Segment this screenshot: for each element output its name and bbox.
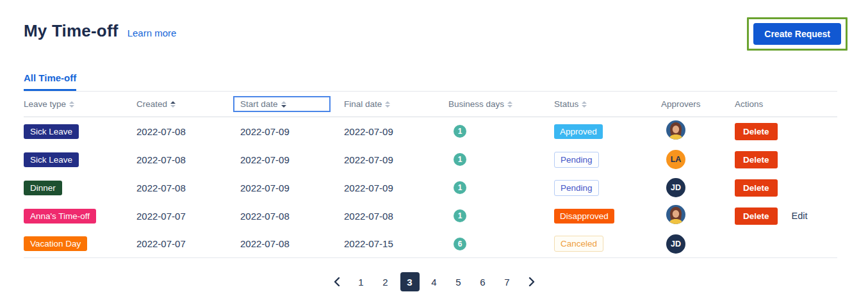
learn-more-link[interactable]: Learn more — [127, 28, 177, 38]
leave-type-badge: Dinner — [24, 181, 62, 195]
sort-icon — [385, 101, 390, 108]
col-header-actions: Actions — [735, 99, 837, 109]
created-cell: 2022-07-07 — [136, 211, 240, 222]
status-badge: Pending — [554, 180, 599, 196]
final-date-cell: 2022-07-09 — [344, 126, 448, 137]
business-days-badge: 1 — [454, 125, 466, 138]
delete-button[interactable]: Delete — [735, 123, 778, 140]
col-header-leave-type[interactable]: Leave type — [24, 99, 136, 109]
created-cell: 2022-07-08 — [136, 154, 240, 165]
table-row: Vacation Day 2022-07-07 2022-07-08 2022-… — [24, 230, 837, 258]
start-date-cell: 2022-07-09 — [240, 183, 344, 193]
page-button-1[interactable]: 1 — [352, 272, 371, 291]
table-row: Sick Leave 2022-07-08 2022-07-09 2022-07… — [24, 117, 837, 145]
sort-desc-icon — [281, 101, 286, 108]
table-row: Anna's Time-off 2022-07-07 2022-07-08 20… — [24, 202, 837, 230]
leave-type-badge: Anna's Time-off — [24, 209, 96, 224]
col-header-created[interactable]: Created — [136, 99, 240, 109]
table-row: Sick Leave 2022-07-08 2022-07-09 2022-07… — [24, 145, 837, 174]
final-date-cell: 2022-07-09 — [344, 154, 448, 165]
delete-button[interactable]: Delete — [735, 179, 778, 197]
business-days-badge: 1 — [454, 181, 466, 194]
approver-avatar-initials[interactable]: JD — [666, 178, 685, 197]
col-header-business-days[interactable]: Business days — [448, 99, 554, 109]
sort-icon — [507, 101, 512, 108]
business-days-badge: 1 — [454, 209, 466, 222]
start-date-cell: 2022-07-08 — [240, 238, 344, 249]
status-badge: Disapproved — [554, 209, 614, 224]
approver-avatar-initials[interactable]: LA — [666, 150, 685, 169]
next-page-icon[interactable] — [522, 272, 541, 291]
page-header: My Time-off Learn more Create Request — [0, 0, 868, 51]
col-header-start-date[interactable]: Start date — [240, 96, 344, 112]
timeoff-table: Leave type Created Start date Final date… — [24, 92, 837, 258]
page-button-3-current[interactable]: 3 — [400, 272, 420, 291]
final-date-cell: 2022-07-08 — [344, 211, 448, 222]
sort-asc-icon — [170, 101, 176, 108]
status-badge: Canceled — [554, 236, 603, 252]
approver-avatar-photo[interactable] — [666, 205, 685, 224]
page-button-2[interactable]: 2 — [376, 272, 395, 291]
delete-button[interactable]: Delete — [735, 207, 778, 225]
focused-header-box: Start date — [233, 96, 331, 112]
approver-avatar-initials[interactable]: JD — [666, 234, 685, 254]
page-button-5[interactable]: 5 — [449, 272, 468, 291]
col-header-final-date[interactable]: Final date — [344, 99, 448, 109]
delete-button[interactable]: Delete — [735, 151, 778, 168]
start-date-cell: 2022-07-09 — [240, 154, 344, 165]
page-button-4[interactable]: 4 — [425, 272, 444, 291]
final-date-cell: 2022-07-15 — [344, 238, 448, 249]
created-cell: 2022-07-07 — [136, 238, 240, 249]
page-button-6[interactable]: 6 — [473, 272, 493, 291]
business-days-badge: 1 — [454, 153, 466, 166]
prev-page-icon[interactable] — [327, 272, 347, 291]
pagination: 1 2 3 4 5 6 7 — [0, 272, 868, 291]
highlight-annotation: Create Request — [747, 17, 848, 51]
tab-all-timeoff[interactable]: All Time-off — [24, 72, 76, 91]
approver-avatar-photo[interactable] — [666, 120, 685, 140]
final-date-cell: 2022-07-09 — [344, 183, 448, 193]
table-row: Dinner 2022-07-08 2022-07-09 2022-07-09 … — [24, 174, 837, 202]
my-timeoff-page: My Time-off Learn more Create Request Al… — [0, 0, 868, 301]
start-date-cell: 2022-07-09 — [240, 126, 344, 137]
leave-type-badge: Sick Leave — [24, 152, 79, 167]
status-badge: Approved — [554, 124, 603, 139]
page-title: My Time-off — [24, 21, 119, 41]
col-header-status[interactable]: Status — [554, 99, 661, 109]
created-cell: 2022-07-08 — [136, 126, 240, 137]
start-date-cell: 2022-07-08 — [240, 211, 344, 222]
leave-type-badge: Vacation Day — [24, 236, 87, 251]
create-request-button[interactable]: Create Request — [753, 23, 841, 45]
table-header-row: Leave type Created Start date Final date… — [24, 92, 837, 117]
page-button-7[interactable]: 7 — [498, 272, 517, 291]
tab-bar: All Time-off — [24, 72, 837, 92]
col-header-approvers: Approvers — [661, 99, 735, 109]
leave-type-badge: Sick Leave — [24, 124, 79, 139]
sort-icon — [582, 101, 587, 108]
status-badge: Pending — [554, 152, 599, 168]
created-cell: 2022-07-08 — [136, 183, 240, 193]
sort-icon — [69, 101, 74, 108]
edit-link[interactable]: Edit — [792, 211, 808, 221]
business-days-badge: 6 — [454, 238, 466, 250]
